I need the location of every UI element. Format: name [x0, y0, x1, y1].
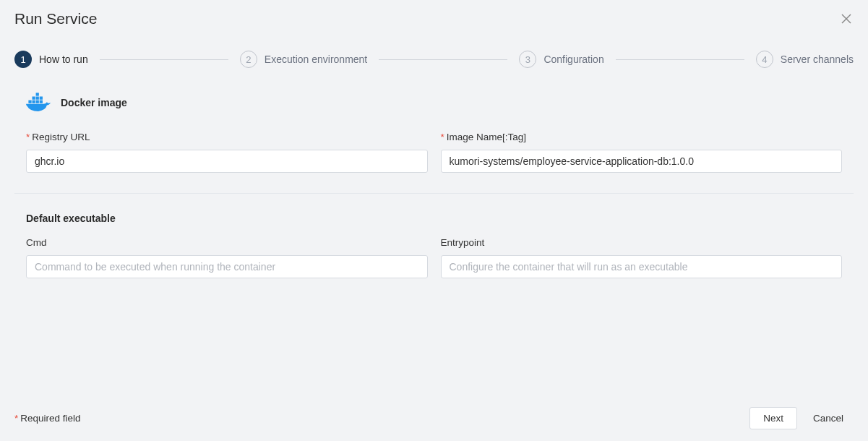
required-star-icon: * — [441, 132, 444, 142]
cancel-button[interactable]: Cancel — [803, 408, 854, 429]
svg-rect-8 — [40, 97, 43, 100]
step-label: How to run — [39, 53, 88, 65]
entrypoint-label: Entrypoint — [441, 237, 843, 248]
step-number: 2 — [240, 51, 257, 68]
page-title: Run Service — [14, 10, 97, 27]
step-label: Execution environment — [265, 53, 367, 65]
required-star-icon: * — [26, 132, 30, 142]
cmd-input[interactable] — [26, 255, 428, 278]
svg-rect-6 — [33, 97, 35, 100]
step-server-channels[interactable]: 4 Server channels — [756, 51, 854, 68]
step-how-to-run[interactable]: 1 How to run — [14, 51, 88, 68]
step-divider — [379, 59, 507, 60]
step-label: Server channels — [781, 53, 854, 65]
svg-rect-2 — [28, 100, 31, 103]
cmd-label: Cmd — [26, 237, 428, 248]
entrypoint-input[interactable] — [441, 255, 843, 278]
svg-rect-7 — [36, 97, 39, 100]
close-button[interactable] — [839, 12, 854, 26]
executable-section-title: Default executable — [26, 213, 842, 224]
image-name-input[interactable] — [441, 150, 843, 173]
docker-section-title: Docker image — [61, 97, 127, 108]
step-divider — [100, 59, 228, 60]
section-divider — [14, 193, 854, 194]
stepper: 1 How to run 2 Execution environment 3 C… — [0, 35, 868, 87]
svg-rect-9 — [36, 93, 39, 95]
step-divider — [616, 59, 744, 60]
step-execution-environment[interactable]: 2 Execution environment — [240, 51, 367, 68]
registry-url-label: *Registry URL — [26, 132, 428, 142]
step-number: 4 — [756, 51, 773, 68]
next-button[interactable]: Next — [749, 407, 797, 429]
required-star-icon: * — [14, 413, 18, 424]
step-configuration[interactable]: 3 Configuration — [519, 51, 603, 68]
svg-rect-3 — [33, 100, 35, 103]
docker-icon — [26, 93, 51, 113]
required-field-note: *Required field — [14, 413, 81, 424]
close-icon — [841, 14, 851, 24]
step-label: Configuration — [543, 53, 603, 65]
registry-url-input[interactable] — [26, 150, 428, 173]
step-number: 3 — [519, 51, 536, 68]
svg-rect-5 — [40, 100, 43, 103]
image-name-label: *Image Name[:Tag] — [441, 132, 843, 142]
svg-rect-4 — [36, 100, 39, 103]
step-number: 1 — [14, 51, 32, 68]
